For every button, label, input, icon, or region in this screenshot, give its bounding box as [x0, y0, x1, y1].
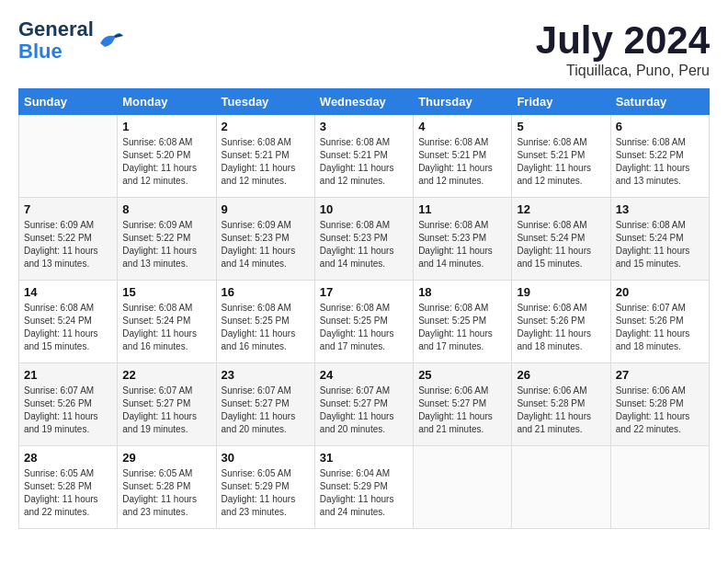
day-info: Sunrise: 6:08 AMSunset: 5:23 PMDaylight:…	[418, 219, 506, 270]
calendar-cell: 21Sunrise: 6:07 AMSunset: 5:26 PMDayligh…	[19, 363, 118, 446]
page-header: GeneralBlue July 2024 Tiquillaca, Puno, …	[18, 18, 710, 79]
day-number: 29	[122, 451, 210, 465]
calendar-cell: 1Sunrise: 6:08 AMSunset: 5:20 PMDaylight…	[118, 115, 216, 198]
calendar-cell: 26Sunrise: 6:06 AMSunset: 5:28 PMDayligh…	[512, 363, 610, 446]
day-info: Sunrise: 6:08 AMSunset: 5:26 PMDaylight:…	[517, 302, 605, 353]
day-info: Sunrise: 6:04 AMSunset: 5:29 PMDaylight:…	[320, 467, 408, 519]
calendar-week-row: 28Sunrise: 6:05 AMSunset: 5:28 PMDayligh…	[19, 446, 710, 529]
day-number: 26	[517, 368, 605, 382]
calendar-cell: 19Sunrise: 6:08 AMSunset: 5:26 PMDayligh…	[512, 281, 610, 363]
day-info: Sunrise: 6:07 AMSunset: 5:26 PMDaylight:…	[24, 385, 112, 436]
weekday-header: Thursday	[414, 89, 512, 115]
day-info: Sunrise: 6:08 AMSunset: 5:24 PMDaylight:…	[517, 219, 605, 270]
calendar-cell: 16Sunrise: 6:08 AMSunset: 5:25 PMDayligh…	[216, 281, 314, 363]
title-block: July 2024 Tiquillaca, Puno, Peru	[536, 18, 710, 79]
calendar-cell: 18Sunrise: 6:08 AMSunset: 5:25 PMDayligh…	[414, 281, 512, 363]
day-number: 1	[122, 120, 210, 133]
day-number: 13	[616, 202, 704, 216]
day-info: Sunrise: 6:08 AMSunset: 5:21 PMDaylight:…	[320, 136, 408, 188]
day-number: 3	[320, 120, 408, 133]
calendar-cell: 9Sunrise: 6:09 AMSunset: 5:23 PMDaylight…	[216, 198, 314, 281]
calendar-cell: 11Sunrise: 6:08 AMSunset: 5:23 PMDayligh…	[414, 198, 512, 281]
calendar-cell: 24Sunrise: 6:07 AMSunset: 5:27 PMDayligh…	[314, 363, 413, 446]
weekday-header: Saturday	[610, 89, 709, 115]
calendar-cell: 17Sunrise: 6:08 AMSunset: 5:25 PMDayligh…	[314, 281, 413, 363]
day-info: Sunrise: 6:08 AMSunset: 5:20 PMDaylight:…	[122, 136, 210, 188]
day-number: 14	[24, 285, 112, 299]
calendar-header-row: SundayMondayTuesdayWednesdayThursdayFrid…	[19, 89, 710, 115]
calendar-cell	[19, 115, 118, 198]
day-info: Sunrise: 6:08 AMSunset: 5:25 PMDaylight:…	[222, 302, 310, 353]
calendar-cell: 23Sunrise: 6:07 AMSunset: 5:27 PMDayligh…	[216, 363, 314, 446]
day-number: 5	[517, 120, 605, 133]
calendar-week-row: 14Sunrise: 6:08 AMSunset: 5:24 PMDayligh…	[19, 281, 710, 363]
calendar-cell	[512, 446, 610, 529]
calendar-cell: 28Sunrise: 6:05 AMSunset: 5:28 PMDayligh…	[19, 446, 118, 529]
day-number: 2	[222, 120, 310, 133]
day-info: Sunrise: 6:06 AMSunset: 5:27 PMDaylight:…	[418, 385, 506, 436]
calendar-week-row: 1Sunrise: 6:08 AMSunset: 5:20 PMDaylight…	[19, 115, 710, 198]
day-number: 28	[24, 451, 112, 465]
calendar-cell: 10Sunrise: 6:08 AMSunset: 5:23 PMDayligh…	[314, 198, 413, 281]
calendar-cell: 27Sunrise: 6:06 AMSunset: 5:28 PMDayligh…	[610, 363, 709, 446]
logo: GeneralBlue	[18, 18, 123, 63]
day-info: Sunrise: 6:08 AMSunset: 5:24 PMDaylight:…	[616, 219, 704, 270]
day-info: Sunrise: 6:08 AMSunset: 5:24 PMDaylight:…	[24, 302, 112, 353]
day-info: Sunrise: 6:08 AMSunset: 5:21 PMDaylight:…	[222, 136, 310, 188]
day-number: 19	[517, 285, 605, 299]
day-number: 12	[517, 202, 605, 216]
day-info: Sunrise: 6:08 AMSunset: 5:22 PMDaylight:…	[616, 136, 704, 188]
day-number: 7	[24, 202, 112, 216]
day-number: 4	[418, 120, 506, 133]
day-info: Sunrise: 6:09 AMSunset: 5:23 PMDaylight:…	[222, 219, 310, 270]
day-number: 21	[24, 368, 112, 382]
logo-text: GeneralBlue	[18, 18, 94, 63]
month-title: July 2024	[536, 18, 710, 63]
day-number: 17	[320, 285, 408, 299]
calendar-cell: 30Sunrise: 6:05 AMSunset: 5:29 PMDayligh…	[216, 446, 314, 529]
calendar-cell: 4Sunrise: 6:08 AMSunset: 5:21 PMDaylight…	[414, 115, 512, 198]
calendar-cell: 15Sunrise: 6:08 AMSunset: 5:24 PMDayligh…	[118, 281, 216, 363]
day-info: Sunrise: 6:08 AMSunset: 5:21 PMDaylight:…	[418, 136, 506, 188]
day-number: 30	[222, 451, 310, 465]
day-info: Sunrise: 6:08 AMSunset: 5:25 PMDaylight:…	[418, 302, 506, 353]
day-info: Sunrise: 6:05 AMSunset: 5:29 PMDaylight:…	[222, 467, 310, 519]
day-info: Sunrise: 6:08 AMSunset: 5:24 PMDaylight:…	[122, 302, 210, 353]
calendar-cell: 20Sunrise: 6:07 AMSunset: 5:26 PMDayligh…	[610, 281, 709, 363]
day-info: Sunrise: 6:07 AMSunset: 5:27 PMDaylight:…	[222, 385, 310, 436]
calendar-cell: 22Sunrise: 6:07 AMSunset: 5:27 PMDayligh…	[118, 363, 216, 446]
calendar-cell: 14Sunrise: 6:08 AMSunset: 5:24 PMDayligh…	[19, 281, 118, 363]
day-info: Sunrise: 6:06 AMSunset: 5:28 PMDaylight:…	[517, 385, 605, 436]
calendar-cell: 12Sunrise: 6:08 AMSunset: 5:24 PMDayligh…	[512, 198, 610, 281]
day-number: 24	[320, 368, 408, 382]
day-number: 8	[122, 202, 210, 216]
weekday-header: Tuesday	[216, 89, 314, 115]
day-info: Sunrise: 6:09 AMSunset: 5:22 PMDaylight:…	[24, 219, 112, 270]
day-info: Sunrise: 6:07 AMSunset: 5:27 PMDaylight:…	[122, 385, 210, 436]
calendar-cell: 2Sunrise: 6:08 AMSunset: 5:21 PMDaylight…	[216, 115, 314, 198]
day-number: 18	[418, 285, 506, 299]
calendar-cell: 5Sunrise: 6:08 AMSunset: 5:21 PMDaylight…	[512, 115, 610, 198]
calendar-cell: 31Sunrise: 6:04 AMSunset: 5:29 PMDayligh…	[314, 446, 413, 529]
day-number: 16	[222, 285, 310, 299]
day-info: Sunrise: 6:05 AMSunset: 5:28 PMDaylight:…	[24, 467, 112, 519]
calendar-cell	[610, 446, 709, 529]
day-number: 25	[418, 368, 506, 382]
location: Tiquillaca, Puno, Peru	[536, 63, 710, 79]
calendar-cell: 8Sunrise: 6:09 AMSunset: 5:22 PMDaylight…	[118, 198, 216, 281]
logo-bird-icon	[96, 27, 123, 52]
calendar-week-row: 21Sunrise: 6:07 AMSunset: 5:26 PMDayligh…	[19, 363, 710, 446]
weekday-header: Sunday	[19, 89, 118, 115]
calendar-cell: 13Sunrise: 6:08 AMSunset: 5:24 PMDayligh…	[610, 198, 709, 281]
calendar-cell	[414, 446, 512, 529]
day-number: 15	[122, 285, 210, 299]
weekday-header: Friday	[512, 89, 610, 115]
weekday-header: Wednesday	[314, 89, 413, 115]
calendar-week-row: 7Sunrise: 6:09 AMSunset: 5:22 PMDaylight…	[19, 198, 710, 281]
calendar-cell: 3Sunrise: 6:08 AMSunset: 5:21 PMDaylight…	[314, 115, 413, 198]
day-number: 10	[320, 202, 408, 216]
day-number: 20	[616, 285, 704, 299]
calendar-table: SundayMondayTuesdayWednesdayThursdayFrid…	[18, 88, 710, 529]
day-number: 9	[222, 202, 310, 216]
day-number: 23	[222, 368, 310, 382]
